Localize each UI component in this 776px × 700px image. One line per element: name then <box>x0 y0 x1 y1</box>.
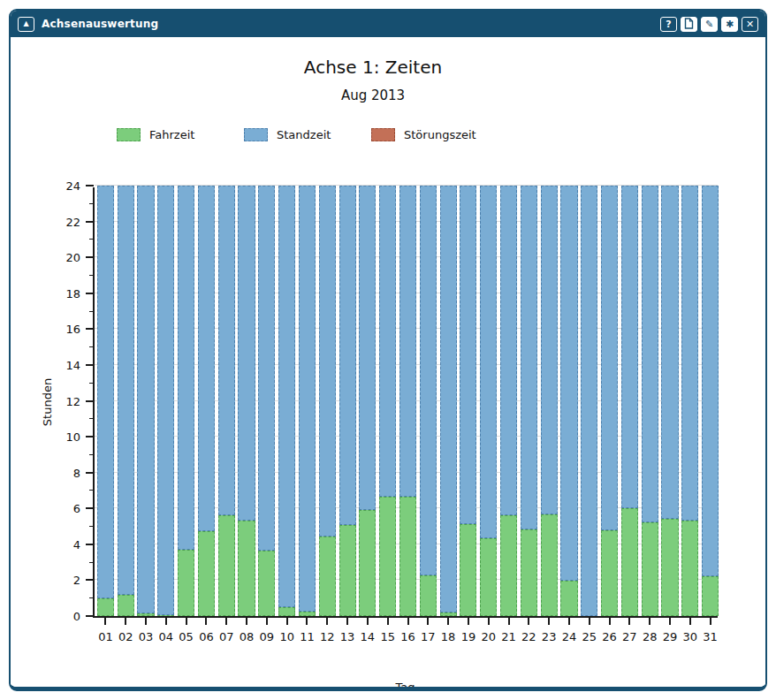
x-tick-label: 08 <box>237 630 257 643</box>
bar-segment-fahrzeit <box>97 598 114 616</box>
y-tick-label: 0 <box>49 610 80 623</box>
bar-segment-standzeit <box>299 186 316 612</box>
x-tick <box>165 618 167 625</box>
x-tick <box>346 618 348 625</box>
bar-segment-standzeit <box>157 186 174 615</box>
x-tick <box>508 618 510 625</box>
bar-segment-fahrzeit <box>702 576 719 616</box>
x-tick <box>145 618 147 625</box>
bar-segment-standzeit <box>420 186 437 575</box>
bar-segment-fahrzeit <box>560 581 577 616</box>
y-tick-major <box>86 544 94 545</box>
x-tick-label: 16 <box>398 630 418 643</box>
bar-segment-standzeit <box>178 186 194 550</box>
bar-segment-standzeit <box>661 186 678 519</box>
y-tick-major <box>86 400 94 402</box>
y-tick-minor <box>89 597 94 598</box>
legend-item-fahrzeit: Fahrzeit <box>117 128 244 141</box>
y-tick-minor <box>89 418 94 419</box>
bar-segment-fahrzeit <box>521 529 537 616</box>
bar-segment-standzeit <box>118 186 134 595</box>
bar-segment-standzeit <box>560 186 577 581</box>
x-tick-label: 03 <box>136 630 156 643</box>
bar-segment-standzeit <box>440 186 457 612</box>
y-tick-minor <box>89 562 94 563</box>
legend-item-standzeit: Standzeit <box>244 128 371 141</box>
document-icon <box>684 18 694 31</box>
x-tick-label: 22 <box>519 630 539 643</box>
y-tick-major <box>86 472 94 474</box>
x-tick-label: 11 <box>297 630 317 643</box>
bar-segment-fahrzeit <box>681 521 698 616</box>
x-tick-label: 27 <box>620 630 640 643</box>
legend-label: Fahrzeit <box>149 128 194 141</box>
chart: Achse 1: Zeiten Aug 2013 FahrzeitStandze… <box>11 37 765 689</box>
y-tick-minor <box>89 203 94 204</box>
x-tick-label: 19 <box>459 630 479 643</box>
x-tick-label: 20 <box>478 630 498 643</box>
x-tick-label: 04 <box>156 630 176 643</box>
bar-segment-standzeit <box>702 186 719 576</box>
edit-button[interactable]: ✎ <box>701 17 718 32</box>
bar-segment-standzeit <box>319 186 336 536</box>
page: ▲ Achsenauswertung ? ✎ ✱ <box>0 0 776 700</box>
y-tick-minor <box>89 239 94 240</box>
x-tick-label: 23 <box>539 630 559 643</box>
bar-segment-fahrzeit <box>198 531 215 616</box>
x-tick <box>407 618 409 625</box>
x-tick <box>387 618 389 625</box>
x-tick <box>225 618 227 625</box>
x-tick <box>669 618 671 625</box>
x-tick <box>186 618 187 625</box>
x-tick <box>104 618 106 625</box>
help-icon: ? <box>666 19 671 28</box>
y-tick-minor <box>89 454 94 455</box>
bar-segment-standzeit <box>278 186 295 607</box>
y-tick-major <box>86 579 94 581</box>
x-tick-label: 09 <box>256 630 277 643</box>
titlebar: ▲ Achsenauswertung ? ✎ ✱ <box>11 11 765 37</box>
x-tick-label: 29 <box>660 630 681 643</box>
x-tick <box>367 618 369 625</box>
x-tick <box>609 618 611 625</box>
x-tick <box>427 618 429 625</box>
collapse-button[interactable]: ▲ <box>18 17 34 32</box>
x-tick <box>246 618 247 625</box>
bar-segment-fahrzeit <box>642 522 658 616</box>
y-tick-major <box>86 293 94 294</box>
x-tick-label: 05 <box>176 630 196 643</box>
bar-segment-fahrzeit <box>319 536 336 616</box>
bar-segment-standzeit <box>258 186 275 551</box>
x-tick-label: 18 <box>438 630 459 643</box>
pencil-icon: ✎ <box>705 19 713 28</box>
bar-segment-fahrzeit <box>238 521 255 616</box>
bar-segment-standzeit <box>601 186 618 530</box>
bar-segment-standzeit <box>97 186 114 598</box>
bar-segment-fahrzeit <box>621 508 638 616</box>
bar-segment-standzeit <box>198 186 215 531</box>
x-tick <box>266 618 268 625</box>
y-tick-minor <box>89 490 94 491</box>
x-tick-label: 13 <box>338 630 358 643</box>
x-tick-label: 07 <box>217 630 237 643</box>
bar-segment-standzeit <box>399 186 416 497</box>
bar-segment-fahrzeit <box>339 525 356 616</box>
legend-label: Störungszeit <box>404 128 476 141</box>
legend-label: Standzeit <box>277 128 331 141</box>
bar-segment-fahrzeit <box>118 595 134 616</box>
plot-area: 0246810121416182022240102030405060708091… <box>93 187 718 618</box>
settings-button[interactable]: ✱ <box>721 17 738 32</box>
y-tick-label: 14 <box>49 358 80 371</box>
bar-segment-standzeit <box>339 186 356 525</box>
bar-segment-fahrzeit <box>541 514 558 616</box>
help-button[interactable]: ? <box>660 17 677 32</box>
y-tick-label: 18 <box>49 286 80 300</box>
export-button[interactable] <box>681 17 697 32</box>
bar-segment-fahrzeit <box>460 524 476 617</box>
legend-swatch-icon <box>244 128 268 141</box>
x-tick <box>548 618 550 625</box>
y-tick-label: 4 <box>49 537 80 551</box>
close-button[interactable]: ✕ <box>742 17 758 32</box>
x-tick <box>306 618 308 625</box>
x-axis-title: Tag <box>93 681 718 691</box>
